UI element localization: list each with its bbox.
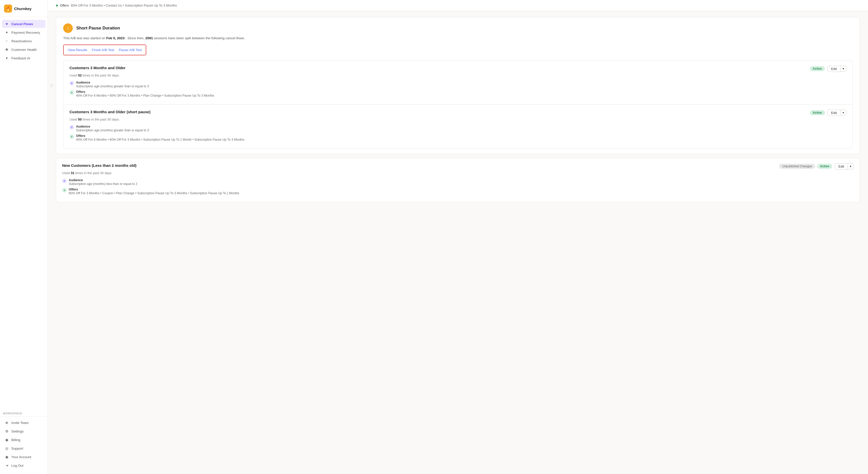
flow-usage-flow-new-customers: Used 31 times in the past 30 days. [62,171,854,175]
sidebar-item-feedback-ai[interactable]: ✦Feedback AI [2,54,45,62]
flow-card-flow-new-customers: New Customers (Less than 2 months old) U… [56,158,860,202]
main-content: ⠿ ↕ Short Pause Duration This A/B test w… [48,17,868,216]
offers-label-flow-1: Offers [76,90,214,94]
ab-test-header: ↕ Short Pause Duration [63,24,852,33]
ab-flows-inner: Customers 3 Months and Older Active Edit… [63,60,852,149]
topbar-offers-label: Offers [60,3,69,7]
flow-actions-flow-new-customers: Unpublished Changes Active Edit ▾ [779,163,854,170]
your-account-label: Your Account [11,455,31,459]
sidebar-item-your-account[interactable]: ◉Your Account [2,453,45,461]
main-content-area: Offers 60% Off For 3 Months • Contact Us… [48,0,868,474]
sidebar-item-invite-team[interactable]: ⊕Invite Team [2,419,45,427]
flow-title-flow-new-customers: New Customers (Less than 2 months old) [62,163,136,168]
sidebar-item-log-out[interactable]: ⇥Log Out [2,462,45,470]
ab-action-pause-ab[interactable]: Pause A/B Test [119,48,142,52]
active-badge-flow-new-customers: Active [817,164,832,169]
sidebar-logo: 🔥 Churnkey [0,0,48,17]
sidebar-item-billing[interactable]: ◉Billing [2,436,45,444]
audience-label-flow-2: Audience [76,125,149,128]
ab-test-title: Short Pause Duration [76,26,120,31]
flow-usage-flow-1: Used 52 times in the past 30 days. [69,73,846,77]
flow-title-flow-1: Customers 3 Months and Older [69,66,126,70]
sidebar-item-settings[interactable]: ⚙Settings [2,427,45,435]
flow-audience-row-flow-new-customers: ⊕ Audience Subscription age (months) les… [62,178,854,186]
unpublished-badge-flow-new-customers: Unpublished Changes [779,164,815,169]
cancel-flows-label: Cancel Flows [11,22,33,26]
ab-flows-container: Customers 3 Months and Older Active Edit… [63,60,852,149]
settings-label: Settings [11,430,24,433]
feedback-ai-label: Feedback AI [11,56,30,60]
active-badge-flow-1: Active [810,66,825,71]
offers-label-flow-new-customers: Offers [69,188,239,191]
support-label: Support [11,447,23,450]
feedback-ai-icon: ✦ [4,56,9,60]
audience-label-flow-1: Audience [76,81,149,84]
support-icon: ◎ [4,446,9,450]
billing-label: Billing [11,438,21,442]
offers-icon-flow-2: ● [69,134,74,139]
sidebar-item-support[interactable]: ◎Support [2,444,45,452]
workspace-section: WORKSPACE ⊕Invite Team⚙Settings◉Billing◎… [0,408,48,474]
sidebar-item-customer-health[interactable]: ✤Customer Health [2,45,45,54]
flow-header-flow-2: Customers 3 Months and Older (short paus… [69,110,846,116]
drag-handle[interactable]: ⠿ [50,83,53,88]
app-name: Churnkey [14,6,31,11]
ab-test-date: Feb 5, 2023 [106,36,125,40]
offers-value-flow-2: 40% Off For 6 Months • 60% Off For 3 Mon… [76,138,244,141]
flow-audience-row-flow-2: ⊕ Audience Subscription age (months) gre… [69,125,846,132]
edit-button-flow-2[interactable]: Edit [828,110,841,116]
sidebar-bottom: ⊕Invite Team⚙Settings◉Billing◎Support◉Yo… [0,416,48,474]
flow-card-flow-2: Customers 3 Months and Older (short paus… [63,105,852,148]
ab-test-description: This A/B test was started on Feb 5, 2023… [63,35,852,41]
offers-value-flow-1: 40% Off For 6 Months • 60% Off For 3 Mon… [76,94,214,97]
your-account-icon: ◉ [4,455,9,459]
customer-health-icon: ✤ [4,47,9,52]
flow-usage-flow-2: Used 50 times in the past 30 days. [69,117,846,121]
active-badge-flow-2: Active [810,110,825,115]
audience-label-flow-new-customers: Audience [69,178,137,182]
caret-button-flow-2[interactable]: ▾ [841,110,846,116]
edit-button-flow-1[interactable]: Edit [828,66,841,72]
flow-header-flow-new-customers: New Customers (Less than 2 months old) U… [62,163,854,170]
reactivations-label: Reactivations [11,39,32,43]
log-out-icon: ⇥ [4,464,9,468]
offers-label-flow-2: Offers [76,134,244,138]
customer-health-label: Customer Health [11,48,37,52]
flow-offers-row-flow-1: ● Offers 40% Off For 6 Months • 60% Off … [69,90,846,97]
edit-button-flow-new-customers[interactable]: Edit [835,163,848,170]
billing-icon: ◉ [4,438,9,442]
reactivations-icon: ↑ [4,39,9,43]
ab-action-view-results[interactable]: View Results [68,48,87,52]
ab-test-icon: ↕ [63,24,73,33]
ab-action-finish-ab[interactable]: Finish A/B Test [92,48,114,52]
invite-team-label: Invite Team [11,421,29,425]
ab-test-block: ⠿ ↕ Short Pause Duration This A/B test w… [56,17,860,154]
cancel-flows-icon: ♥ [4,22,9,26]
sidebar-item-cancel-flows[interactable]: ♥Cancel Flows [2,20,45,28]
workspace-label: WORKSPACE [0,408,48,416]
audience-icon-flow-2: ⊕ [69,125,74,130]
payment-recovery-label: Payment Recovery [11,31,40,34]
flow-title-flow-2: Customers 3 Months and Older (short paus… [69,110,151,114]
sidebar: 🔥 Churnkey ♥Cancel Flows✦Payment Recover… [0,0,48,474]
caret-button-flow-1[interactable]: ▾ [841,66,846,72]
ab-desc-suffix: sessions have been split between the fol… [154,36,245,40]
flow-offers-row-flow-new-customers: ● Offers 60% Off For 3 Months • Coupon •… [62,188,854,195]
standalone-flows-container: New Customers (Less than 2 months old) U… [56,158,860,202]
ab-desc-middle: . Since then, [126,36,145,40]
caret-button-flow-new-customers[interactable]: ▾ [848,163,854,169]
sidebar-item-reactivations[interactable]: ↑Reactivations [2,37,45,45]
logo-icon: 🔥 [4,4,12,12]
flow-header-flow-1: Customers 3 Months and Older Active Edit… [69,66,846,72]
ab-desc-prefix: This A/B test was started on [63,36,105,40]
offers-icon-flow-new-customers: ● [62,188,67,193]
topbar-offers-detail: 60% Off For 3 Months • Contact Us • Subs… [71,3,177,7]
audience-value-flow-new-customers: Subscription age (months) less than or e… [69,182,137,186]
audience-icon-flow-1: ⊕ [69,81,74,86]
offers-status-dot [56,4,58,6]
flow-card-flow-1: Customers 3 Months and Older Active Edit… [63,61,852,105]
flow-actions-flow-2: Active Edit ▾ [810,110,846,116]
ab-test-actions-box: View ResultsFinish A/B TestPause A/B Tes… [63,44,146,55]
sidebar-item-payment-recovery[interactable]: ✦Payment Recovery [2,28,45,36]
audience-value-flow-1: Subscription age (months) greater than o… [76,84,149,88]
